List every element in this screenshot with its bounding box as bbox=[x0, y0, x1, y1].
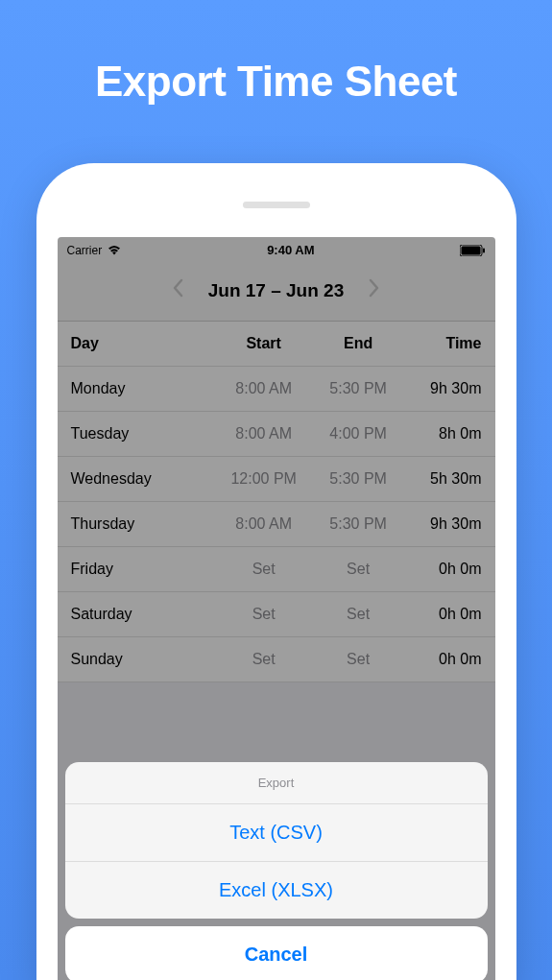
cancel-button[interactable]: Cancel bbox=[65, 926, 488, 980]
action-sheet-group: Export Text (CSV) Excel (XLSX) bbox=[65, 762, 488, 919]
phone-frame: Carrier 9:40 AM Jun 17 – Jun 23 Day St bbox=[36, 163, 516, 980]
page-title: Export Time Sheet bbox=[0, 0, 552, 106]
export-action-sheet: Export Text (CSV) Excel (XLSX) Cancel bbox=[58, 762, 495, 980]
phone-speaker bbox=[243, 202, 310, 208]
action-sheet-title: Export bbox=[65, 762, 488, 804]
export-xlsx-option[interactable]: Excel (XLSX) bbox=[65, 862, 488, 919]
export-csv-option[interactable]: Text (CSV) bbox=[65, 804, 488, 862]
phone-screen: Carrier 9:40 AM Jun 17 – Jun 23 Day St bbox=[58, 237, 495, 980]
